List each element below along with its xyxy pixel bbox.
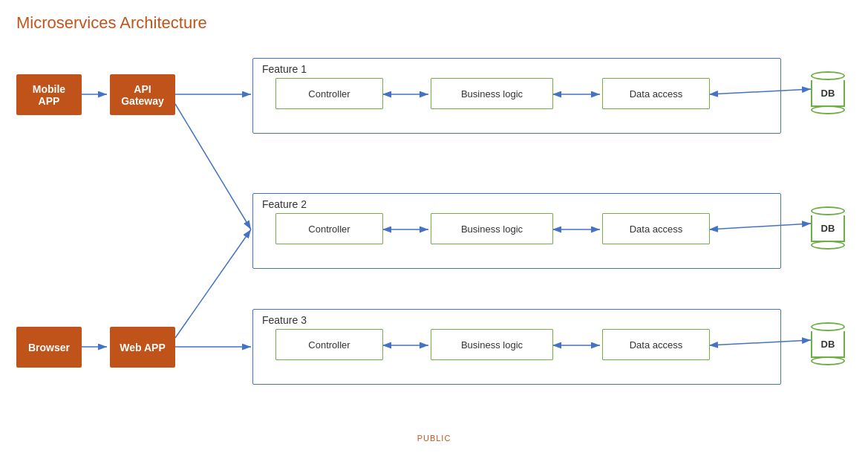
feature1-business: Business logic (431, 78, 553, 109)
db3-top (811, 322, 845, 331)
db1-shape: DB (811, 71, 845, 114)
feature2-panel: Feature 2 Controller Business logic Data… (252, 193, 781, 269)
svg-line-7 (175, 104, 251, 229)
web-app-box: Web APP (110, 327, 175, 368)
db1-bottom (811, 105, 845, 114)
feature1-label: Feature 1 (262, 63, 307, 75)
feature3-business: Business logic (431, 329, 553, 360)
feature3-controller: Controller (275, 329, 383, 360)
db3-bottom (811, 356, 845, 365)
db1-body: DB (811, 80, 845, 107)
feature2-business: Business logic (431, 213, 553, 244)
feature2-data-access: Data access (602, 213, 710, 244)
feature1-panel: Feature 1 Controller Business logic Data… (252, 58, 781, 134)
api-gateway-box: API Gateway (110, 74, 175, 115)
db2-bottom (811, 241, 845, 250)
db2-body: DB (811, 215, 845, 242)
feature1-data-access: Data access (602, 78, 710, 109)
feature3-panel: Feature 3 Controller Business logic Data… (252, 309, 781, 385)
page-title: Microservices Architecture (16, 13, 207, 33)
feature2-controller: Controller (275, 213, 383, 244)
db2-shape: DB (811, 206, 845, 250)
db3-body: DB (811, 331, 845, 358)
mobile-app-box: Mobile APP (16, 74, 82, 115)
svg-line-8 (175, 229, 251, 338)
db2-top (811, 206, 845, 215)
db3-shape: DB (811, 322, 845, 365)
feature3-label: Feature 3 (262, 314, 307, 326)
feature2-label: Feature 2 (262, 198, 307, 210)
public-label: PUBLIC (417, 434, 451, 443)
browser-box: Browser (16, 327, 82, 368)
feature1-controller: Controller (275, 78, 383, 109)
feature3-data-access: Data access (602, 329, 710, 360)
db1-top (811, 71, 845, 80)
